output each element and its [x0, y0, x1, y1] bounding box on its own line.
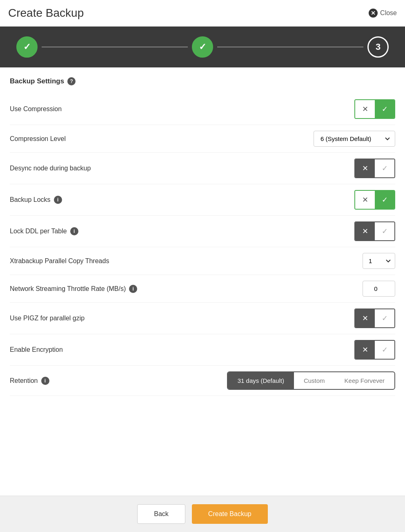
content-area: Backup Settings ? Use Compression ✕ ✓ Co… [0, 67, 405, 496]
step-line-1 [42, 47, 188, 47]
lock-ddl-label: Lock DDL per Table i [10, 227, 78, 235]
throttle-rate-label: Network Streaming Throttle Rate (MB/s) i [10, 285, 137, 293]
close-label: Close [380, 9, 397, 17]
enable-encryption-yes[interactable]: ✓ [375, 341, 394, 359]
use-pigz-row: Use PIGZ for parallel gzip ✕ ✓ [10, 303, 395, 334]
compression-level-label: Compression Level [10, 135, 66, 143]
parallel-threads-select[interactable]: 1 2 4 8 [363, 253, 395, 269]
back-button[interactable]: Back [137, 504, 185, 524]
desync-node-no[interactable]: ✕ [355, 159, 375, 177]
desync-node-toggle: ✕ ✓ [354, 159, 395, 178]
lock-ddl-no[interactable]: ✕ [355, 222, 375, 240]
step-2: ✓ [192, 36, 213, 58]
stepper: ✓ ✓ 3 [0, 27, 405, 67]
close-icon: ✕ [369, 9, 378, 18]
retention-tab-default[interactable]: 31 days (Default) [228, 372, 294, 389]
backup-locks-label: Backup Locks i [10, 196, 62, 204]
compression-level-select[interactable]: 1 2 3 4 5 6 (System Default) 7 8 9 [314, 131, 395, 147]
desync-node-row: Desync node during backup ✕ ✓ [10, 153, 395, 184]
lock-ddl-yes[interactable]: ✓ [375, 222, 394, 240]
throttle-rate-input[interactable] [363, 281, 395, 297]
lock-ddl-toggle: ✕ ✓ [354, 221, 395, 241]
backup-locks-yes[interactable]: ✓ [375, 191, 394, 209]
close-button[interactable]: ✕ Close [369, 9, 397, 18]
use-pigz-no[interactable]: ✕ [355, 309, 375, 327]
backup-locks-no[interactable]: ✕ [355, 191, 375, 209]
lock-ddl-info-icon[interactable]: i [70, 227, 78, 235]
header: Create Backup ✕ Close [0, 0, 405, 27]
section-title: Backup Settings ? [10, 77, 395, 85]
section-title-text: Backup Settings [10, 77, 64, 85]
backup-locks-row: Backup Locks i ✕ ✓ [10, 184, 395, 216]
create-backup-button[interactable]: Create Backup [192, 504, 268, 524]
retention-tabs: 31 days (Default) Custom Keep Forvever [227, 371, 395, 390]
use-pigz-yes[interactable]: ✓ [375, 309, 394, 327]
lock-ddl-row: Lock DDL per Table i ✕ ✓ [10, 216, 395, 247]
use-pigz-toggle: ✕ ✓ [354, 308, 395, 328]
step-1: ✓ [16, 36, 38, 58]
enable-encryption-toggle: ✕ ✓ [354, 340, 395, 360]
use-compression-toggle: ✕ ✓ [354, 99, 395, 119]
page-title: Create Backup [8, 7, 84, 20]
use-compression-label: Use Compression [10, 105, 62, 113]
step-3: 3 [367, 36, 389, 58]
use-compression-yes[interactable]: ✓ [375, 100, 394, 118]
use-pigz-label: Use PIGZ for parallel gzip [10, 315, 85, 322]
step-line-2 [217, 47, 363, 47]
throttle-rate-info-icon[interactable]: i [129, 285, 137, 293]
desync-node-label: Desync node during backup [10, 165, 91, 172]
use-compression-no[interactable]: ✕ [355, 100, 375, 118]
enable-encryption-label: Enable Encryption [10, 346, 63, 353]
retention-row: Retention i 31 days (Default) Custom Kee… [10, 366, 395, 396]
backup-locks-toggle: ✕ ✓ [354, 190, 395, 210]
backup-locks-info-icon[interactable]: i [54, 196, 62, 204]
footer: Back Create Backup [0, 496, 405, 532]
retention-tab-custom[interactable]: Custom [294, 372, 335, 389]
desync-node-yes[interactable]: ✓ [375, 159, 394, 177]
retention-label: Retention i [10, 377, 49, 385]
parallel-threads-row: Xtrabackup Parallel Copy Threads 1 2 4 8 [10, 247, 395, 275]
retention-tab-forever[interactable]: Keep Forvever [335, 372, 394, 389]
use-compression-row: Use Compression ✕ ✓ [10, 94, 395, 125]
parallel-threads-label: Xtrabackup Parallel Copy Threads [10, 257, 109, 265]
enable-encryption-no[interactable]: ✕ [355, 341, 375, 359]
throttle-rate-row: Network Streaming Throttle Rate (MB/s) i [10, 275, 395, 303]
retention-info-icon[interactable]: i [41, 377, 49, 385]
section-info-icon[interactable]: ? [67, 77, 76, 85]
compression-level-row: Compression Level 1 2 3 4 5 6 (System De… [10, 125, 395, 153]
enable-encryption-row: Enable Encryption ✕ ✓ [10, 334, 395, 366]
